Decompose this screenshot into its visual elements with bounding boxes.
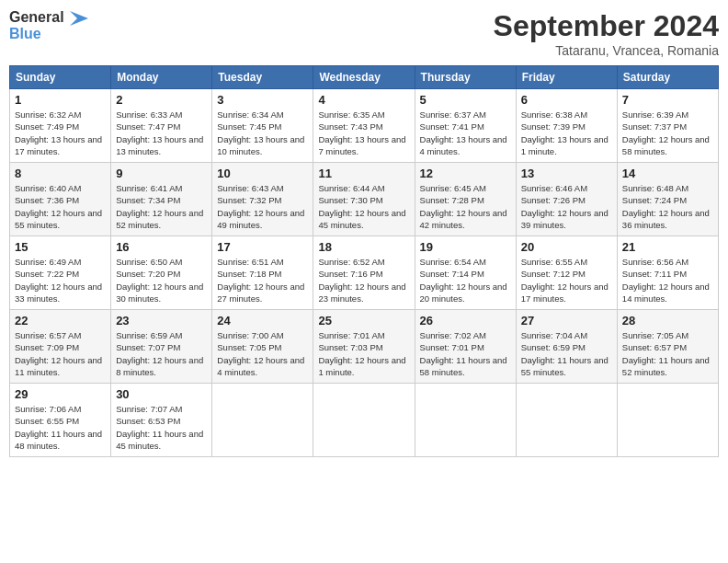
- day-info: Sunrise: 6:48 AMSunset: 7:24 PMDaylight:…: [622, 182, 713, 231]
- day-number: 29: [15, 387, 106, 401]
- day-number: 10: [217, 167, 308, 180]
- table-row: [313, 384, 415, 457]
- table-row: 8Sunrise: 6:40 AMSunset: 7:36 PMDaylight…: [10, 163, 111, 236]
- day-info: Sunrise: 7:05 AMSunset: 6:57 PMDaylight:…: [622, 329, 713, 378]
- day-number: 12: [420, 167, 511, 180]
- day-info: Sunrise: 7:04 AMSunset: 6:59 PMDaylight:…: [521, 329, 612, 378]
- table-row: 25Sunrise: 7:01 AMSunset: 7:03 PMDayligh…: [313, 310, 415, 384]
- day-number: 1: [15, 93, 106, 107]
- table-row: 15Sunrise: 6:49 AMSunset: 7:22 PMDayligh…: [10, 236, 111, 310]
- table-row: 28Sunrise: 7:05 AMSunset: 6:57 PMDayligh…: [617, 310, 718, 384]
- table-row: 20Sunrise: 6:55 AMSunset: 7:12 PMDayligh…: [516, 236, 617, 310]
- day-info: Sunrise: 6:50 AMSunset: 7:20 PMDaylight:…: [116, 256, 207, 304]
- table-row: 2Sunrise: 6:33 AMSunset: 7:47 PMDaylight…: [111, 89, 212, 163]
- table-row: [212, 384, 313, 457]
- day-info: Sunrise: 6:44 AMSunset: 7:30 PMDaylight:…: [318, 182, 409, 231]
- page-header: General Blue September 2024 Tataranu, Vr…: [9, 9, 719, 58]
- calendar-row: 1Sunrise: 6:32 AMSunset: 7:49 PMDaylight…: [10, 89, 719, 163]
- table-row: 14Sunrise: 6:48 AMSunset: 7:24 PMDayligh…: [617, 163, 718, 236]
- day-number: 17: [217, 240, 308, 254]
- day-number: 20: [521, 240, 612, 254]
- day-number: 30: [116, 387, 207, 401]
- day-number: 23: [116, 314, 207, 327]
- calendar-header-row: Sunday Monday Tuesday Wednesday Thursday…: [10, 66, 719, 89]
- day-info: Sunrise: 6:41 AMSunset: 7:34 PMDaylight:…: [116, 182, 207, 231]
- day-info: Sunrise: 6:38 AMSunset: 7:39 PMDaylight:…: [521, 109, 612, 157]
- day-number: 13: [521, 167, 612, 180]
- table-row: 11Sunrise: 6:44 AMSunset: 7:30 PMDayligh…: [313, 163, 415, 236]
- calendar-row: 29Sunrise: 7:06 AMSunset: 6:55 PMDayligh…: [10, 384, 719, 457]
- day-number: 19: [420, 240, 511, 254]
- day-number: 9: [116, 167, 207, 180]
- day-number: 5: [420, 93, 511, 107]
- table-row: 12Sunrise: 6:45 AMSunset: 7:28 PMDayligh…: [415, 163, 516, 236]
- day-number: 24: [217, 314, 308, 327]
- table-row: 16Sunrise: 6:50 AMSunset: 7:20 PMDayligh…: [111, 236, 212, 310]
- logo-arrow-icon: [70, 11, 88, 26]
- table-row: 26Sunrise: 7:02 AMSunset: 7:01 PMDayligh…: [415, 310, 516, 384]
- day-number: 15: [15, 240, 106, 254]
- table-row: 19Sunrise: 6:54 AMSunset: 7:14 PMDayligh…: [415, 236, 516, 310]
- day-info: Sunrise: 6:57 AMSunset: 7:09 PMDaylight:…: [15, 329, 106, 378]
- table-row: 9Sunrise: 6:41 AMSunset: 7:34 PMDaylight…: [111, 163, 212, 236]
- table-row: 24Sunrise: 7:00 AMSunset: 7:05 PMDayligh…: [212, 310, 313, 384]
- day-info: Sunrise: 6:32 AMSunset: 7:49 PMDaylight:…: [15, 109, 106, 157]
- day-info: Sunrise: 7:01 AMSunset: 7:03 PMDaylight:…: [318, 329, 409, 378]
- table-row: 7Sunrise: 6:39 AMSunset: 7:37 PMDaylight…: [617, 89, 718, 163]
- day-number: 16: [116, 240, 207, 254]
- day-info: Sunrise: 6:45 AMSunset: 7:28 PMDaylight:…: [420, 182, 511, 231]
- day-info: Sunrise: 6:33 AMSunset: 7:47 PMDaylight:…: [116, 109, 207, 157]
- day-info: Sunrise: 6:37 AMSunset: 7:41 PMDaylight:…: [420, 109, 511, 157]
- table-row: 1Sunrise: 6:32 AMSunset: 7:49 PMDaylight…: [10, 89, 111, 163]
- day-number: 3: [217, 93, 308, 107]
- table-row: 3Sunrise: 6:34 AMSunset: 7:45 PMDaylight…: [212, 89, 313, 163]
- day-info: Sunrise: 6:40 AMSunset: 7:36 PMDaylight:…: [15, 182, 106, 231]
- header-friday: Friday: [516, 66, 617, 89]
- day-info: Sunrise: 6:43 AMSunset: 7:32 PMDaylight:…: [217, 182, 308, 231]
- day-info: Sunrise: 6:54 AMSunset: 7:14 PMDaylight:…: [420, 256, 511, 304]
- table-row: 23Sunrise: 6:59 AMSunset: 7:07 PMDayligh…: [111, 310, 212, 384]
- day-number: 25: [318, 314, 409, 327]
- day-info: Sunrise: 7:06 AMSunset: 6:55 PMDaylight:…: [15, 403, 106, 452]
- calendar-row: 15Sunrise: 6:49 AMSunset: 7:22 PMDayligh…: [10, 236, 719, 310]
- location: Tataranu, Vrancea, Romania: [494, 43, 719, 58]
- logo-text: General Blue: [9, 9, 88, 41]
- day-number: 28: [622, 314, 713, 327]
- day-number: 18: [318, 240, 409, 254]
- logo: General Blue: [9, 9, 88, 41]
- day-info: Sunrise: 6:56 AMSunset: 7:11 PMDaylight:…: [622, 256, 713, 304]
- table-row: 17Sunrise: 6:51 AMSunset: 7:18 PMDayligh…: [212, 236, 313, 310]
- day-info: Sunrise: 6:34 AMSunset: 7:45 PMDaylight:…: [217, 109, 308, 157]
- header-tuesday: Tuesday: [212, 66, 313, 89]
- table-row: [617, 384, 718, 457]
- header-wednesday: Wednesday: [313, 66, 415, 89]
- svg-marker-0: [70, 11, 88, 26]
- table-row: 5Sunrise: 6:37 AMSunset: 7:41 PMDaylight…: [415, 89, 516, 163]
- day-number: 11: [318, 167, 409, 180]
- day-info: Sunrise: 7:00 AMSunset: 7:05 PMDaylight:…: [217, 329, 308, 378]
- header-sunday: Sunday: [10, 66, 111, 89]
- table-row: 10Sunrise: 6:43 AMSunset: 7:32 PMDayligh…: [212, 163, 313, 236]
- month-title: September 2024: [494, 9, 719, 43]
- day-info: Sunrise: 6:46 AMSunset: 7:26 PMDaylight:…: [521, 182, 612, 231]
- table-row: [516, 384, 617, 457]
- day-number: 7: [622, 93, 713, 107]
- day-info: Sunrise: 6:51 AMSunset: 7:18 PMDaylight:…: [217, 256, 308, 304]
- day-info: Sunrise: 6:52 AMSunset: 7:16 PMDaylight:…: [318, 256, 409, 304]
- calendar-row: 8Sunrise: 6:40 AMSunset: 7:36 PMDaylight…: [10, 163, 719, 236]
- day-info: Sunrise: 6:49 AMSunset: 7:22 PMDaylight:…: [15, 256, 106, 304]
- calendar-table: Sunday Monday Tuesday Wednesday Thursday…: [9, 65, 719, 457]
- day-number: 14: [622, 167, 713, 180]
- table-row: 21Sunrise: 6:56 AMSunset: 7:11 PMDayligh…: [617, 236, 718, 310]
- day-info: Sunrise: 6:39 AMSunset: 7:37 PMDaylight:…: [622, 109, 713, 157]
- day-info: Sunrise: 6:59 AMSunset: 7:07 PMDaylight:…: [116, 329, 207, 378]
- calendar-row: 22Sunrise: 6:57 AMSunset: 7:09 PMDayligh…: [10, 310, 719, 384]
- table-row: 4Sunrise: 6:35 AMSunset: 7:43 PMDaylight…: [313, 89, 415, 163]
- day-info: Sunrise: 6:55 AMSunset: 7:12 PMDaylight:…: [521, 256, 612, 304]
- day-number: 2: [116, 93, 207, 107]
- day-info: Sunrise: 7:02 AMSunset: 7:01 PMDaylight:…: [420, 329, 511, 378]
- table-row: 13Sunrise: 6:46 AMSunset: 7:26 PMDayligh…: [516, 163, 617, 236]
- day-number: 6: [521, 93, 612, 107]
- day-info: Sunrise: 6:35 AMSunset: 7:43 PMDaylight:…: [318, 109, 409, 157]
- day-number: 8: [15, 167, 106, 180]
